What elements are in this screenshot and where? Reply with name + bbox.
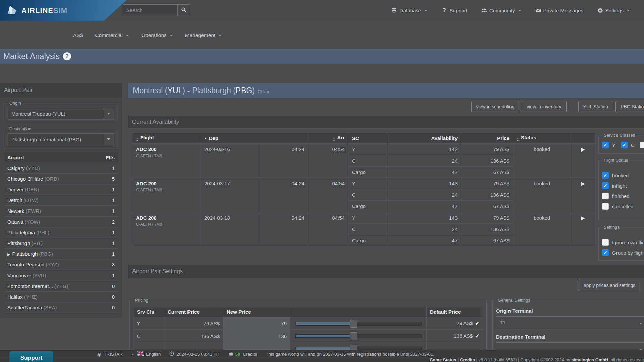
airport-row[interactable]: Halifax (YHZ)0: [4, 292, 118, 302]
origin-select[interactable]: Montreal Trudeau (YUL): [8, 108, 114, 120]
checkbox-unchecked[interactable]: [640, 142, 644, 148]
checkbox-checked[interactable]: [602, 172, 609, 179]
airport-row[interactable]: Edmonton Internat... (YEG)0: [4, 281, 118, 292]
filter-status-cancelled[interactable]: cancelled: [602, 203, 644, 210]
airport-row[interactable]: Toronto Pearson (YYZ)3: [4, 259, 118, 270]
search-input[interactable]: [123, 4, 177, 16]
airport-row[interactable]: Ottawa (YOW)2: [4, 217, 118, 227]
filter-setting-group-by-flight[interactable]: Group by flight: [602, 249, 644, 256]
checkbox-checked[interactable]: [621, 142, 628, 148]
separator: |: [476, 357, 477, 362]
sort-dep-header[interactable]: Dep: [201, 133, 308, 144]
checkbox-unchecked[interactable]: [602, 193, 609, 199]
airport-row[interactable]: Seattle/Tacoma (SEA)0: [4, 302, 118, 313]
company-status[interactable]: TRISTAR: [97, 352, 123, 357]
sort-flight-header[interactable]: Flight: [132, 133, 201, 144]
filter-status-inflight[interactable]: inflight: [602, 182, 644, 189]
action-button-view-in-scheduling[interactable]: view in scheduling: [471, 101, 520, 112]
help-icon[interactable]: ?: [63, 52, 71, 60]
filter-class-f[interactable]: F: [640, 142, 644, 148]
topnav-item-gear[interactable]: Settings: [597, 8, 630, 13]
search-button[interactable]: [177, 4, 190, 16]
airport-flight-count: 0: [97, 302, 118, 313]
action-button-pbg-station[interactable]: PBG Station: [615, 101, 644, 112]
airport-name-cell[interactable]: Chicago O'Hare (ORD): [4, 174, 97, 184]
checkbox-checked[interactable]: [602, 142, 609, 148]
airport-name-cell[interactable]: Toronto Pearson (YYZ): [4, 259, 97, 270]
slider-handle[interactable]: [350, 332, 357, 340]
airport-row[interactable]: Philadelphia (PHL)1: [4, 227, 118, 238]
airport-name-cell[interactable]: Halifax (YHZ): [4, 292, 97, 302]
company-link[interactable]: simulogics GmbH: [571, 357, 608, 362]
airport-name-cell[interactable]: Detroit (DTW): [4, 195, 97, 206]
airport-row[interactable]: Newark (EWR)1: [4, 206, 118, 217]
filter-class-c[interactable]: C: [621, 142, 635, 148]
expand-row-icon[interactable]: ▶: [581, 215, 585, 221]
service-class-cell: C: [348, 224, 387, 235]
mainnav-item-management[interactable]: Management: [185, 32, 222, 38]
airport-row[interactable]: Calgary (YYC)1: [4, 163, 118, 174]
airport-name-cell[interactable]: Seattle/Tacoma (SEA): [4, 302, 97, 313]
action-button-view-in-inventory[interactable]: view in inventory: [522, 101, 567, 112]
filter-status-booked[interactable]: booked: [602, 172, 644, 179]
origin-select-button[interactable]: [103, 108, 114, 119]
confirmed-check-icon: [475, 320, 479, 326]
airport-row[interactable]: Pittsburgh (PIT)1: [4, 238, 118, 249]
price-slider[interactable]: [294, 317, 423, 329]
airport-column-header[interactable]: Airport: [4, 152, 97, 163]
airport-name-cell[interactable]: Vancouver (YVR): [4, 270, 97, 281]
price-cell: 136 AS$: [461, 189, 513, 201]
checkbox-checked[interactable]: [602, 249, 609, 256]
topnav-item-envelope[interactable]: Private Messages: [535, 8, 583, 13]
expand-row-icon[interactable]: ▶: [581, 146, 585, 152]
airport-row[interactable]: Detroit (DTW)1: [4, 195, 118, 206]
credits-status[interactable]: 50 Credits: [228, 352, 257, 357]
airport-name-cell[interactable]: Pittsburgh (PIT): [4, 238, 97, 249]
airport-name-cell[interactable]: Ottawa (YOW): [4, 217, 97, 227]
topnav-item-support[interactable]: ?Support: [441, 8, 467, 13]
filter-setting-ignore-own-flights[interactable]: Ignore own flights: [602, 239, 644, 246]
new-price-input[interactable]: 136: [223, 330, 290, 342]
flight-number: ADC 200: [136, 146, 197, 152]
checkbox-unchecked[interactable]: [602, 203, 609, 210]
language-switch[interactable]: English: [131, 351, 161, 357]
airport-name-cell[interactable]: Philadelphia (PHL): [4, 227, 97, 238]
checkbox-unchecked[interactable]: [602, 239, 609, 246]
slider-handle[interactable]: [350, 320, 357, 328]
support-button[interactable]: Support: [9, 351, 54, 362]
status-cell: booked: [513, 144, 571, 178]
airlinesim-logo[interactable]: AIRLINESIM: [5, 3, 67, 18]
expand-row-icon[interactable]: ▶: [581, 181, 585, 186]
credits-link[interactable]: Credits: [460, 357, 475, 362]
destination-select-button[interactable]: [103, 134, 114, 145]
topnav-item-community[interactable]: Community: [481, 8, 521, 13]
flts-column-header[interactable]: Flts: [97, 152, 118, 163]
sort-arr-header[interactable]: Arr: [308, 133, 348, 144]
pricing-row: Y79 AS$7979 AS$: [133, 317, 483, 330]
airport-row[interactable]: ▶Plattsburgh (PBG)1: [4, 249, 118, 259]
destination-select[interactable]: Plattsburgh International (PBG): [8, 133, 114, 145]
apply-prices-button[interactable]: apply prices and settings: [578, 280, 641, 291]
airport-row[interactable]: Chicago O'Hare (ORD)5: [4, 174, 118, 184]
mainnav-item-commercial[interactable]: Commercial: [95, 32, 129, 38]
mainnav-item-operations[interactable]: Operations: [141, 32, 173, 38]
price-slider[interactable]: [294, 330, 423, 342]
mainnav-item-as[interactable]: AS$: [73, 32, 83, 38]
filter-status-finished[interactable]: finished: [602, 193, 644, 199]
topnav-item-database[interactable]: Database: [391, 8, 427, 13]
airport-name-cell[interactable]: ▶Plattsburgh (PBG): [4, 249, 97, 259]
new-price-input[interactable]: 79: [223, 317, 290, 330]
airport-row[interactable]: Vancouver (YVR)1: [4, 270, 118, 281]
airport-name-cell[interactable]: Edmonton Internat... (YEG): [4, 281, 97, 292]
availability-header: Availability: [387, 133, 461, 144]
sort-status-header[interactable]: Status: [513, 133, 571, 144]
airport-name-cell[interactable]: Denver (DEN): [4, 184, 97, 195]
filter-class-y[interactable]: Y: [602, 142, 615, 148]
action-button-yul-station[interactable]: YUL Station: [578, 101, 613, 112]
airport-name-cell[interactable]: Calgary (YYC): [4, 163, 97, 174]
airport-name-cell[interactable]: Newark (EWR): [4, 206, 97, 217]
origin-terminal-select[interactable]: T1: [496, 316, 644, 328]
airport-row[interactable]: Denver (DEN)1: [4, 184, 118, 195]
checkbox-checked[interactable]: [602, 182, 609, 189]
game-status-link[interactable]: Game Status: [430, 357, 456, 362]
